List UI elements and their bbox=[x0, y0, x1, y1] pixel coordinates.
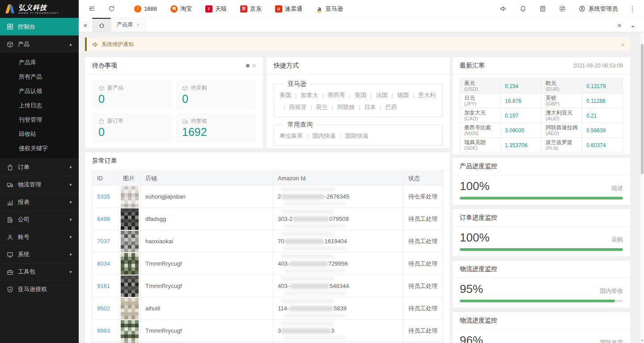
shortcut-link[interactable]: 加拿大 bbox=[301, 89, 318, 101]
marketplace-label: 天猫 bbox=[215, 5, 227, 13]
sidebar-item[interactable]: 物流管理▼ bbox=[0, 176, 79, 193]
orders-column-header: 状态 bbox=[404, 171, 443, 186]
marketplace-link[interactable]: U速卖通 bbox=[275, 5, 302, 13]
shortcut-link[interactable]: 巴西 bbox=[386, 101, 397, 113]
sidebar-item[interactable]: 公司▼ bbox=[0, 211, 79, 228]
currency-code: (MXN) bbox=[464, 131, 496, 136]
marketplace-link[interactable]: T天猫 bbox=[205, 5, 227, 13]
sidebar-toggle-icon[interactable] bbox=[88, 5, 96, 13]
more-menu-icon[interactable]: ⋮ bbox=[629, 5, 636, 13]
tab-product-library[interactable]: 产品库 × bbox=[111, 18, 146, 32]
sidebar-subitem[interactable]: 刊登管理 bbox=[0, 113, 79, 127]
shortcut-link[interactable]: 国内快递 bbox=[312, 130, 335, 142]
currency-exchange-icon[interactable] bbox=[558, 5, 566, 13]
shortcuts-panel: 快捷方式 亚马逊美国|加拿大|墨西哥|英国|法国|德国|意大利|西班牙|荷兰|阿… bbox=[267, 57, 450, 148]
currency-rate-cell: 0.21 bbox=[582, 108, 623, 123]
tab-home[interactable] bbox=[92, 18, 111, 32]
scrollbar[interactable]: ▾ bbox=[640, 32, 644, 343]
order-id-link[interactable]: 8034 bbox=[97, 260, 110, 267]
shortcut-link[interactable]: 意大利 bbox=[418, 89, 436, 101]
monitor-title: 订单进度监控 bbox=[460, 214, 497, 222]
progress-bar-fill bbox=[460, 300, 615, 302]
currency-name: 墨西哥比索 bbox=[464, 125, 496, 131]
announcement-icon[interactable] bbox=[499, 5, 507, 13]
sidebar-subitem[interactable]: 上传日志 bbox=[0, 98, 79, 113]
marketplace-link[interactable]: /1688 bbox=[134, 5, 157, 13]
scrollbar-down-icon[interactable]: ▾ bbox=[640, 339, 644, 343]
order-id-link[interactable]: 6498 bbox=[97, 216, 110, 222]
shortcut-link[interactable]: 阿联酋 bbox=[337, 101, 355, 113]
order-product-image bbox=[121, 275, 139, 297]
tab-label: 产品库 bbox=[117, 21, 133, 29]
monitor-title: 产品进度监控 bbox=[460, 162, 497, 170]
admin-user-chip[interactable]: 系统管理员 bbox=[578, 5, 618, 13]
tabs-scroll-left-icon[interactable]: « bbox=[79, 18, 92, 32]
marketplace-link[interactable]: 淘淘宝 bbox=[170, 5, 192, 13]
bell-icon[interactable] bbox=[519, 5, 527, 13]
sidebar-item[interactable]: 账号▼ bbox=[0, 228, 79, 246]
calculator-icon[interactable] bbox=[538, 5, 547, 13]
sidebar-item[interactable]: 报表▼ bbox=[0, 193, 79, 211]
sidebar-subitem[interactable]: 产品库 bbox=[0, 55, 79, 70]
shortcut-link[interactable]: 荷兰 bbox=[316, 101, 328, 113]
sidebar-item-label: 报表 bbox=[18, 198, 64, 206]
alert-close-icon[interactable]: × bbox=[621, 41, 625, 48]
order-id-link[interactable]: 7037 bbox=[97, 238, 110, 245]
sidebar-subitem[interactable]: 侵权关键字 bbox=[0, 141, 79, 156]
todo-card[interactable]: 新订单0 bbox=[92, 113, 172, 143]
sidebar-subitem[interactable]: 回收站 bbox=[0, 127, 79, 141]
progress-monitor-panel: 产品进度监控100%描述 bbox=[453, 158, 630, 205]
carousel-dot-active[interactable] bbox=[246, 64, 250, 68]
sidebar-item-label: 产品 bbox=[18, 40, 64, 48]
sidebar-subitem[interactable]: 产品认领 bbox=[0, 84, 79, 98]
shortcut-link[interactable]: 德国 bbox=[397, 89, 409, 101]
tab-close-icon[interactable]: × bbox=[136, 21, 140, 28]
alert-text[interactable]: 系统维护通知 bbox=[102, 41, 621, 48]
todo-card[interactable]: 待签收1692 bbox=[176, 113, 256, 143]
shortcut-link[interactable]: 美国 bbox=[280, 89, 291, 101]
shortcut-link[interactable]: 墨西哥 bbox=[328, 89, 345, 101]
order-id-link[interactable]: 9993 bbox=[97, 327, 110, 334]
currency-code: (AED) bbox=[546, 131, 578, 136]
sidebar-item[interactable]: 产品▲ bbox=[0, 35, 79, 53]
currency-name-cell: 瑞典克朗(SEK) bbox=[460, 138, 501, 152]
currency-code: (PLN) bbox=[546, 145, 578, 151]
refresh-icon[interactable] bbox=[107, 5, 115, 13]
sidebar-item-label: 控制台 bbox=[18, 23, 72, 31]
progress-bar bbox=[460, 248, 623, 251]
amazon-id-suffix: 729956 bbox=[328, 260, 347, 267]
separator: | bbox=[359, 101, 360, 113]
redacted-segment bbox=[290, 284, 329, 289]
carousel-dot[interactable] bbox=[252, 64, 256, 68]
order-id-link[interactable]: 9161 bbox=[97, 283, 110, 289]
separator: | bbox=[332, 101, 333, 113]
todo-card[interactable]: 待采购0 bbox=[176, 80, 256, 110]
sidebar-subitem[interactable]: 所有产品 bbox=[0, 70, 79, 84]
order-id-link[interactable]: 5335 bbox=[97, 193, 110, 200]
shortcut-link[interactable]: 法国 bbox=[376, 89, 388, 101]
sidebar-item[interactable]: 工具包▼ bbox=[0, 263, 79, 280]
amazon-id-suffix: 079509 bbox=[329, 216, 348, 222]
marketplace-link[interactable]: a亚马逊 bbox=[316, 5, 343, 13]
order-id-link[interactable]: 9502 bbox=[97, 305, 110, 312]
shortcut-link[interactable]: 英国 bbox=[355, 89, 366, 101]
sidebar-item[interactable]: 系统▼ bbox=[0, 246, 79, 263]
shortcut-link[interactable]: 日本 bbox=[364, 101, 376, 113]
marketplace-link[interactable]: 京京东 bbox=[240, 5, 262, 13]
sidebar-item[interactable]: 订单▼ bbox=[0, 158, 79, 176]
shortcut-link[interactable]: 国际快递 bbox=[345, 130, 369, 142]
tabs-scroll-right-icon[interactable]: » bbox=[613, 18, 626, 32]
aliexpress-icon: U bbox=[275, 5, 282, 13]
scrollbar-thumb[interactable] bbox=[641, 44, 644, 174]
sidebar-item[interactable]: 控制台 bbox=[0, 18, 79, 35]
shortcut-link[interactable]: 西班牙 bbox=[289, 101, 306, 113]
tabs-menu-icon[interactable]: ⌄ bbox=[626, 18, 640, 32]
currency-rate-value: 0.154 bbox=[505, 83, 518, 89]
rates-row: 美元(USD)0.154欧元(EUR)0.13179 bbox=[460, 79, 623, 93]
shortcut-link[interactable]: 单位换算 bbox=[280, 130, 303, 142]
order-product-image bbox=[121, 298, 139, 319]
currency-name: 瑞典克朗 bbox=[464, 140, 496, 145]
todo-card[interactable]: 新产品0 bbox=[92, 80, 172, 110]
table-row: 8034TmmnRrycugf403-729956待员工处理 bbox=[93, 253, 443, 275]
sidebar-item[interactable]: 亚马逊授权 bbox=[0, 280, 79, 298]
